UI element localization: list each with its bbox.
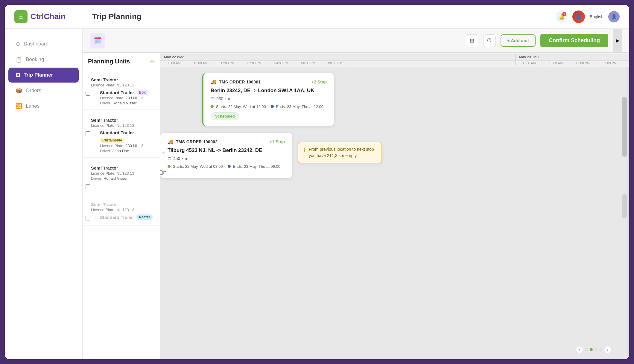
tractor-name-2: Semi Tractor xyxy=(91,118,152,123)
unit-checkbox-3[interactable] xyxy=(86,184,90,189)
trailer-name-row-2: Standard Trailer Curtainside xyxy=(100,130,157,143)
page-dot-4[interactable] xyxy=(599,348,602,351)
drag-handle-1[interactable]: ⋮ xyxy=(93,91,98,96)
orders-icon: 📦 xyxy=(16,87,22,94)
unit-tractor-2: Semi Tractor Licence Plate: NL 123 13 xyxy=(86,114,157,130)
drag-handle-4[interactable]: ⋮ xyxy=(93,215,98,221)
order-2-stops: +1 Stop xyxy=(270,139,285,144)
starts-label-2: Starts: xyxy=(173,164,184,169)
order-1-id: TMS ORDER 100001 xyxy=(219,80,261,84)
trailer-tag-box-1: Box xyxy=(136,90,148,95)
planner-toolbar: 🗓️ ⊞ ⏱ + Add unit Confirm Scheduling ▶ xyxy=(83,29,629,53)
end-dot-1 xyxy=(271,105,274,108)
driver-1: Driver: Ronald Visser xyxy=(100,101,157,105)
notification-button[interactable]: 🔔 1 xyxy=(556,11,568,23)
tractor-name-4: Semi Tractor xyxy=(91,202,152,207)
ends-label-2: Ends: xyxy=(233,164,243,169)
sidebar-item-trip-planner[interactable]: ⊞ Trip Planner xyxy=(8,68,79,83)
panel-title: Planning Units xyxy=(88,58,130,65)
ends-value-2: 23 May, Thu at 09:00 xyxy=(244,164,280,169)
user-avatar-purple[interactable]: 👤 xyxy=(608,11,620,22)
logo-text: CtrlChain xyxy=(31,12,66,21)
timeslot-1-1: 08:00 AM xyxy=(160,61,187,66)
sidebar-item-booking[interactable]: 📋 Booking xyxy=(8,52,79,67)
distance-icon-2: ⚖ xyxy=(168,156,171,161)
sidebar-item-dashboard[interactable]: ⊙ Dashboard xyxy=(8,36,79,51)
order-1-id-row: 🚚 TMS ORDER 100001 xyxy=(211,79,261,85)
sidebar-label-booking: Booking xyxy=(26,57,44,63)
order-2-id-row: ≡ 🚚 TMS ORDER 100002 xyxy=(168,139,218,144)
pagination-dots: ‹ › xyxy=(576,346,611,353)
unit-trailer-row-4: ⋮ Standard Trailer Reefer xyxy=(86,214,157,221)
pagination-next[interactable]: › xyxy=(604,346,611,353)
page-dot-3[interactable] xyxy=(595,348,597,351)
hand-cursor-icon: ☞ xyxy=(160,167,167,178)
tooltip-card: ℹ From previous location to next stop yo… xyxy=(298,142,382,163)
order-1-route: Berlin 23242, DE -> London SW1A 1AA, UK xyxy=(211,88,327,94)
unit-item-2: Semi Tractor Licence Plate: NL 123 13 ⋮ … xyxy=(83,110,160,158)
panel-header: Planning Units ✏ xyxy=(83,53,160,69)
sidebar-label-orders: Orders xyxy=(26,88,41,94)
timeslot-1-7: 08:00 PM xyxy=(322,61,349,66)
ends-value-1: 23 May, Thu at 12:00 xyxy=(287,104,323,109)
sidebar-label-trip-planner: Trip Planner xyxy=(24,72,53,78)
timeline-date-1: May 22 Wed xyxy=(160,54,515,61)
drag-handle-3[interactable]: ⋮ xyxy=(93,184,98,190)
drag-handle-2[interactable]: ⋮ xyxy=(93,131,98,137)
scheduled-badge: Scheduled xyxy=(211,112,239,120)
order-1-times: Starts: 22 May, Wed at 12:00 Ends: 23 Ma… xyxy=(211,104,327,109)
user-name[interactable]: English xyxy=(590,14,603,19)
grid-view-button[interactable]: ⊞ xyxy=(466,34,478,47)
order-2-id: TMS ORDER 100002 xyxy=(176,139,218,144)
sidebar-item-lanes[interactable]: 🔀 Lanes xyxy=(8,99,79,114)
driver-3: Driver: Ronald Visser xyxy=(91,176,152,181)
panel-edit-icon[interactable]: ✏ xyxy=(150,58,155,65)
main-layout: ⊙ Dashboard 📋 Booking ⊞ Trip Planner 📦 O… xyxy=(5,29,629,359)
timeline-scrollbar[interactable] xyxy=(622,97,627,157)
tractor-plate-4: Licence Plate: NL 123 13 xyxy=(91,208,152,212)
sidebar-label-dashboard: Dashboard xyxy=(24,41,48,47)
order-card-2[interactable]: ≡ 🚚 TMS ORDER 100002 +1 Stop Tilburg 452… xyxy=(160,133,292,178)
page-title: Trip Planning xyxy=(92,12,556,21)
panel-scrollbar[interactable] xyxy=(622,194,627,218)
unit-tractor-3: Semi Tractor Licence Plate: NL 123 13 Dr… xyxy=(86,162,157,183)
add-unit-button[interactable]: + Add unit xyxy=(501,34,536,47)
unit-tractor-4: Semi Tractor Licence Plate: NL 123 13 xyxy=(86,198,157,214)
order-1-stops: +2 Stop xyxy=(311,80,327,84)
tractor-name-3: Semi Tractor xyxy=(91,165,152,170)
driver-2: Driver: John Doe xyxy=(100,149,157,153)
planner-body: Planning Units ✏ Semi Tractor Licence Pl… xyxy=(83,53,629,359)
unit-tractor-1: Semi Tractor Licence Plate: NL 123 13 xyxy=(86,74,157,90)
unit-checkbox-1[interactable] xyxy=(86,91,90,96)
ends-label-1: Ends: xyxy=(276,104,286,109)
toolbar-collapse-button[interactable]: ▶ xyxy=(613,29,622,52)
trailer-name-row-4: Standard Trailer Reefer xyxy=(100,214,157,220)
unit-checkbox-4[interactable] xyxy=(86,216,90,220)
end-dot-2 xyxy=(228,165,231,168)
sidebar-item-orders[interactable]: 📦 Orders xyxy=(8,83,79,98)
timeslot-2-3: 12:00 PM xyxy=(569,61,596,66)
pagination-prev[interactable]: ‹ xyxy=(576,346,583,353)
unit-trailer-info-1: Standard Trailer Box Licence Plate: 233 … xyxy=(100,90,157,105)
unit-item-3: Semi Tractor Licence Plate: NL 123 13 Dr… xyxy=(83,158,160,194)
trailer-plate-2: Licence Plate: 233 NL 12 xyxy=(100,144,157,148)
confirm-scheduling-button[interactable]: Confirm Scheduling xyxy=(540,34,608,47)
page-dot-2[interactable] xyxy=(590,348,593,351)
trailer-plate-1: Licence Plate: 233 NL 12 xyxy=(100,96,157,100)
order-card-1[interactable]: 🚚 TMS ORDER 100001 +2 Stop Berlin 23242,… xyxy=(202,73,334,126)
trailer-name-1: Standard Trailer xyxy=(100,90,134,95)
unit-trailer-row-2: ⋮ Standard Trailer Curtainside Licence P… xyxy=(86,130,157,153)
drag-lines-icon: ≡ xyxy=(162,150,165,157)
order-1-distance: 930 km xyxy=(216,96,230,101)
order-2-header: ≡ 🚚 TMS ORDER 100002 +1 Stop xyxy=(168,139,285,144)
clock-button[interactable]: ⏱ xyxy=(483,34,496,47)
distance-icon-1: ⚖ xyxy=(211,96,215,101)
unit-item-1: Semi Tractor Licence Plate: NL 123 13 ⋮ … xyxy=(83,69,160,110)
unit-checkbox-2[interactable] xyxy=(86,131,90,136)
user-avatar-red[interactable]: 👤 xyxy=(572,10,585,23)
page-dot-1[interactable] xyxy=(585,348,588,351)
order-2-distance: 450 km xyxy=(173,156,187,161)
top-nav: ⊞ CtrlChain Trip Planning 🔔 1 👤 English … xyxy=(5,5,629,29)
trip-planner-icon: ⊞ xyxy=(16,72,20,78)
toolbar-logo: 🗓️ xyxy=(90,33,105,48)
